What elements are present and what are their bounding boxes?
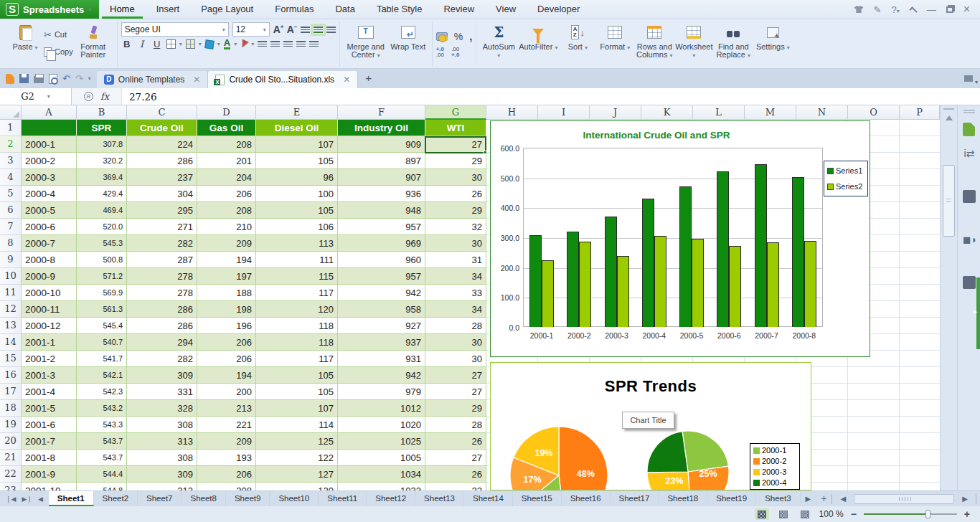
font-color-icon[interactable]: A xyxy=(224,39,230,49)
cell[interactable]: 117 xyxy=(256,351,338,367)
document-icon[interactable] xyxy=(963,123,975,136)
row-header-11[interactable]: 11 xyxy=(0,285,22,301)
cell[interactable]: 34 xyxy=(425,268,486,285)
prev-sheet-icon[interactable]: ◀ xyxy=(38,495,43,503)
scroll-left-icon[interactable]: ◀ xyxy=(835,491,851,506)
cell[interactable]: 206 xyxy=(197,334,256,351)
bar-series1[interactable] xyxy=(755,164,767,327)
cell[interactable]: 120 xyxy=(256,483,338,490)
cell[interactable]: 197 xyxy=(197,268,256,285)
pie-slice[interactable] xyxy=(559,427,608,490)
bar-series2[interactable] xyxy=(767,242,779,327)
cell[interactable]: 27 xyxy=(425,384,486,400)
underline-button[interactable]: U xyxy=(151,39,163,49)
cell[interactable]: 200 xyxy=(197,384,256,400)
merge-center-button[interactable]: Merge and Center ▾ xyxy=(344,22,388,60)
panel-handle[interactable] xyxy=(963,110,975,113)
increase-decimal-button[interactable]: +.0.00 xyxy=(436,47,444,58)
vertical-scrollbar[interactable] xyxy=(940,105,957,490)
column-header-D[interactable]: D xyxy=(197,105,256,120)
button-format[interactable]: Format ▾ xyxy=(596,22,633,52)
cell[interactable]: 948 xyxy=(338,202,425,219)
column-header-G[interactable]: G xyxy=(425,105,486,120)
cell[interactable]: 194 xyxy=(197,252,256,268)
cell[interactable]: 2000-4 xyxy=(22,186,77,202)
tab-view[interactable]: View xyxy=(485,0,527,19)
cell[interactable]: 1005 xyxy=(338,450,425,466)
cell[interactable]: 328 xyxy=(127,400,197,417)
sheet-tab-sheet12[interactable]: Sheet12 xyxy=(367,491,415,506)
bar-series2[interactable] xyxy=(542,260,554,327)
cell[interactable]: 122 xyxy=(256,450,338,466)
cell[interactable]: 29 xyxy=(425,202,486,219)
cell[interactable]: 117 xyxy=(256,285,338,301)
tab-developer[interactable]: Developer xyxy=(527,0,590,19)
cell[interactable]: 237 xyxy=(127,169,197,186)
cell[interactable]: 469.4 xyxy=(77,202,127,219)
cell[interactable]: 2000-1 xyxy=(22,136,77,153)
zoom-slider[interactable] xyxy=(864,513,957,515)
cell[interactable]: 308 xyxy=(127,450,197,466)
cell[interactable]: 2001-3 xyxy=(22,367,77,384)
cell[interactable]: 196 xyxy=(197,318,256,334)
cell[interactable]: 308 xyxy=(127,417,197,433)
row-header-16[interactable]: 16 xyxy=(0,367,22,384)
bar-series1[interactable] xyxy=(529,235,542,327)
cell[interactable]: 957 xyxy=(338,268,425,285)
cell[interactable]: 957 xyxy=(338,219,425,235)
print-preview-icon[interactable] xyxy=(49,74,57,84)
header-cell[interactable] xyxy=(22,120,77,136)
sheet-tab-sheet19[interactable]: Sheet19 xyxy=(707,491,756,506)
cell[interactable]: 120 xyxy=(256,301,338,318)
cell[interactable]: 286 xyxy=(127,301,197,318)
bar-series2[interactable] xyxy=(692,239,704,327)
column-header-F[interactable]: F xyxy=(338,105,425,120)
cell[interactable]: 2000-10 xyxy=(22,285,77,301)
cell[interactable]: 2001-6 xyxy=(22,417,77,433)
cell[interactable]: 286 xyxy=(127,153,197,169)
cell[interactable]: 27 xyxy=(425,367,486,384)
name-box[interactable]: G2▾ xyxy=(0,88,72,105)
cell[interactable]: 931 xyxy=(338,351,425,367)
cell[interactable]: 543.3 xyxy=(77,417,127,433)
cell[interactable]: 909 xyxy=(338,136,425,153)
cell[interactable]: 979 xyxy=(338,384,425,400)
doc-tab[interactable]: Crude Oil Sto...Situation.xls✕ xyxy=(208,71,358,88)
cell[interactable]: 927 xyxy=(338,318,425,334)
button-worksheet[interactable]: Worksheet ▾ xyxy=(675,22,712,60)
header-cell[interactable]: Crude Oil xyxy=(127,120,197,136)
sheet-tab-sheet2[interactable]: Sheet2 xyxy=(94,491,138,506)
split-handle[interactable] xyxy=(943,108,954,110)
sheet-tab-sheet13[interactable]: Sheet13 xyxy=(415,491,464,506)
last-sheet-icon[interactable]: ▶❘ xyxy=(22,495,32,503)
cell[interactable]: 115 xyxy=(256,268,338,285)
cell[interactable]: 26 xyxy=(425,433,486,450)
header-cell[interactable]: Gas Oil xyxy=(197,120,256,136)
undo-icon[interactable]: ↶ xyxy=(62,73,70,84)
cell[interactable]: 22 xyxy=(425,483,486,490)
cell[interactable]: 958 xyxy=(338,301,425,318)
cell[interactable]: 936 xyxy=(338,186,425,202)
cell[interactable]: 2001-8 xyxy=(22,450,77,466)
cell[interactable]: 331 xyxy=(127,384,197,400)
decrease-decimal-button[interactable]: .00+.0 xyxy=(451,47,459,58)
cell[interactable]: 309 xyxy=(127,466,197,483)
bar-series2[interactable] xyxy=(804,241,816,327)
tab-home[interactable]: Home xyxy=(99,0,146,19)
cell[interactable]: 188 xyxy=(197,285,256,301)
pie-slice[interactable] xyxy=(682,431,728,472)
cell[interactable]: 545.3 xyxy=(77,235,127,252)
cell[interactable]: 105 xyxy=(256,367,338,384)
collapse-ribbon-icon[interactable] xyxy=(909,6,917,14)
select-icon[interactable]: ▸ xyxy=(963,190,976,203)
data-table[interactable]: SPRCrude OilGas OilDiesel OilIndustry Oi… xyxy=(22,120,486,490)
bar-series2[interactable] xyxy=(654,236,666,327)
cell[interactable]: 29 xyxy=(425,400,486,417)
page-break-view-icon[interactable] xyxy=(798,508,812,520)
cell[interactable]: 294 xyxy=(127,334,197,351)
cell[interactable]: 2000-7 xyxy=(22,235,77,252)
close-icon[interactable]: × xyxy=(963,4,970,15)
wrap-text-button[interactable]: Wrap Text xyxy=(388,22,428,51)
cell[interactable]: 2000-2 xyxy=(22,153,77,169)
cell[interactable]: 107 xyxy=(256,136,338,153)
